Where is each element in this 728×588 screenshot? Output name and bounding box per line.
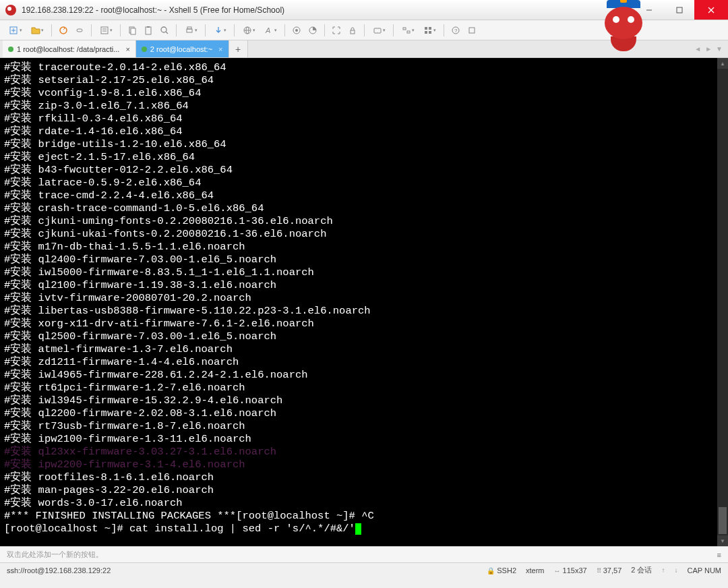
tab-close-icon[interactable]: ×	[125, 45, 129, 53]
svg-line-17	[166, 32, 168, 34]
svg-rect-1	[677, 7, 682, 13]
svg-rect-13	[131, 28, 135, 34]
terminal-output[interactable]: #安装 traceroute-2.0.14-2.el6.x86_64 #安装 s…	[0, 58, 717, 546]
tab-menu-icon[interactable]: ▼	[716, 45, 723, 53]
tab-label: 2 root@localhost:~	[150, 45, 212, 53]
scroll-down-icon[interactable]: ▼	[717, 535, 728, 546]
open-button[interactable]: ▾	[27, 23, 47, 38]
scrollbar[interactable]: ▲ ▼	[717, 58, 728, 546]
svg-rect-8	[77, 29, 82, 32]
svg-rect-14	[146, 27, 151, 34]
menu-icon[interactable]: ≡	[717, 551, 721, 559]
keyboard-button[interactable]: ▾	[369, 23, 389, 38]
terminal-pane[interactable]: #安装 traceroute-2.0.14-2.el6.x86_64 #安装 s…	[0, 58, 728, 546]
svg-rect-18	[187, 29, 192, 32]
connection-string: ssh://root@192.168.238.129:22	[7, 566, 477, 575]
svg-rect-15	[147, 26, 150, 28]
tab-session-2[interactable]: 2 root@localhost:~ ×	[136, 40, 229, 57]
layout-button[interactable]: ▾	[419, 23, 439, 38]
tab-session-1[interactable]: 1 root@localhost: /data/practi... ×	[3, 40, 136, 57]
encoding-button[interactable]: ▾	[239, 23, 259, 38]
tab-prev-icon[interactable]: ◄	[694, 45, 701, 53]
cursor-position: ⠿ 37,57	[597, 566, 622, 575]
tab-bar: 1 root@localhost: /data/practi... × 2 ro…	[0, 40, 728, 58]
new-session-button[interactable]: ▾	[5, 23, 26, 38]
quick-button-bar[interactable]: 双击此处添加一个新的按钮。 ≡	[0, 546, 728, 562]
svg-rect-27	[351, 30, 355, 34]
scroll-up-icon[interactable]: ▲	[717, 58, 728, 69]
tab-label: 1 root@localhost: /data/practi...	[17, 45, 119, 53]
svg-point-25	[295, 29, 298, 32]
help-button[interactable]: ?	[448, 23, 463, 38]
svg-rect-32	[429, 27, 431, 30]
svg-rect-19	[187, 27, 191, 29]
print-button[interactable]: ▾	[181, 23, 201, 38]
svg-point-16	[161, 27, 166, 32]
maximize-button[interactable]	[664, 0, 694, 20]
properties-button[interactable]: ▾	[96, 23, 116, 38]
svg-rect-31	[425, 27, 427, 30]
svg-point-7	[60, 27, 67, 34]
toolbar: ▾ ▾ ▾ ▾ ▾ ▾ A▾ ▾ ▾ ▾ ?	[0, 20, 728, 40]
svg-rect-33	[425, 31, 427, 34]
terminal-size: ↔ 115x37	[554, 566, 587, 575]
disconnect-button[interactable]	[72, 23, 87, 38]
window-title: 192.168.238.129:22 - root@localhost:~ - …	[22, 5, 634, 15]
terminal-type: xterm	[526, 566, 545, 575]
protocol-label: 🔒 SSH2	[487, 566, 516, 575]
new-tab-button[interactable]: +	[229, 40, 248, 57]
font-button[interactable]: A▾	[260, 23, 280, 38]
svg-text:A: A	[265, 26, 270, 34]
svg-rect-37	[469, 28, 475, 33]
svg-rect-34	[429, 31, 431, 34]
status-dot-icon	[8, 47, 13, 52]
tunnel-button[interactable]: ▾	[398, 23, 418, 38]
add-button-hint: 双击此处添加一个新的按钮。	[7, 550, 103, 560]
svg-rect-29	[403, 28, 406, 30]
session-count: 2 会话	[631, 565, 652, 575]
find-button[interactable]	[157, 23, 172, 38]
tab-close-icon[interactable]: ×	[218, 45, 222, 53]
xftp-button[interactable]: ▾	[210, 23, 230, 38]
minimize-button[interactable]	[634, 0, 664, 20]
status-bar: ssh://root@192.168.238.129:22 🔒 SSH2 xte…	[0, 562, 728, 577]
copy-button[interactable]	[125, 23, 140, 38]
svg-rect-9	[101, 27, 108, 34]
svg-rect-30	[407, 31, 410, 33]
app-icon	[5, 5, 16, 16]
highlight-button[interactable]	[289, 23, 304, 38]
caps-num-indicator: CAP NUM	[687, 566, 721, 575]
svg-rect-28	[374, 28, 381, 33]
status-dot-icon	[142, 47, 147, 52]
lock-button[interactable]	[345, 23, 360, 38]
reconnect-button[interactable]	[56, 23, 71, 38]
tab-next-icon[interactable]: ►	[705, 45, 712, 53]
close-button[interactable]	[694, 0, 728, 20]
up-arrow-icon[interactable]: ↑	[661, 566, 665, 574]
about-button[interactable]	[464, 23, 479, 38]
title-bar: 192.168.238.129:22 - root@localhost:~ - …	[0, 0, 728, 20]
scroll-thumb[interactable]	[719, 507, 727, 534]
down-arrow-icon[interactable]: ↓	[674, 566, 677, 574]
fullscreen-button[interactable]	[329, 23, 344, 38]
paste-button[interactable]	[141, 23, 156, 38]
svg-text:?: ?	[454, 28, 458, 34]
color-button[interactable]	[305, 23, 320, 38]
